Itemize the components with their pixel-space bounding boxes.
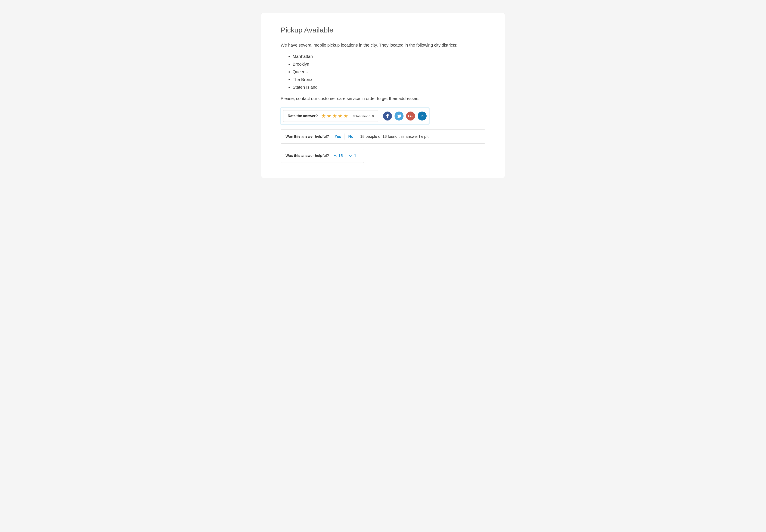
list-item: Queens [292, 69, 485, 75]
google-plus-icon[interactable]: G+ [406, 112, 415, 121]
star-icon[interactable]: ★ [321, 113, 326, 119]
star-icon[interactable]: ★ [338, 113, 342, 119]
facebook-icon[interactable] [383, 112, 392, 121]
star-icon[interactable]: ★ [343, 113, 348, 119]
helpful-prompt: Was this answer helpful? [285, 134, 329, 139]
rate-prompt: Rate the answer? [288, 114, 318, 118]
list-item: The Bronx [292, 76, 485, 82]
downvote-button[interactable]: 1 [346, 154, 359, 158]
chevron-up-icon [333, 154, 337, 158]
content-card: Pickup Available We have several mobile … [261, 13, 505, 178]
outro-text: Please, contact our customer care servic… [281, 95, 485, 102]
helpful-panel: Was this answer helpful? Yes No 15 peopl… [281, 129, 485, 144]
total-rating-label: Total rating 5.0 [353, 114, 374, 118]
vote-panel: Was this answer helpful? 15 1 [281, 149, 364, 163]
page-title: Pickup Available [281, 26, 485, 34]
upvote-button[interactable]: 15 [330, 154, 345, 158]
star-icon[interactable]: ★ [327, 113, 331, 119]
vote-prompt: Was this answer helpful? [285, 154, 329, 158]
rating-social-panel: Rate the answer? ★ ★ ★ ★ ★ Total rating … [281, 108, 429, 124]
list-item: Brooklyn [292, 61, 485, 67]
districts-list: Manhattan Brooklyn Queens The Bronx Stat… [281, 53, 485, 90]
upvote-count: 15 [338, 154, 342, 158]
social-share-row: G+ in [383, 112, 427, 121]
star-rating: ★ ★ ★ ★ ★ [321, 113, 348, 119]
yes-button[interactable]: Yes [331, 134, 344, 139]
no-button[interactable]: No [345, 134, 357, 139]
svg-text:in: in [421, 114, 424, 118]
linkedin-icon[interactable]: in [418, 112, 427, 121]
helpful-summary: 15 people of 16 found this answer helpfu… [360, 134, 430, 139]
rate-box: Rate the answer? ★ ★ ★ ★ ★ Total rating … [283, 110, 378, 122]
list-item: Manhattan [292, 53, 485, 59]
svg-text:G+: G+ [408, 114, 413, 118]
chevron-down-icon [349, 154, 352, 158]
star-icon[interactable]: ★ [332, 113, 337, 119]
list-item: Staten Island [292, 84, 485, 90]
downvote-count: 1 [354, 154, 356, 158]
twitter-icon[interactable] [395, 112, 404, 121]
intro-text: We have several mobile pickup locations … [281, 42, 485, 48]
